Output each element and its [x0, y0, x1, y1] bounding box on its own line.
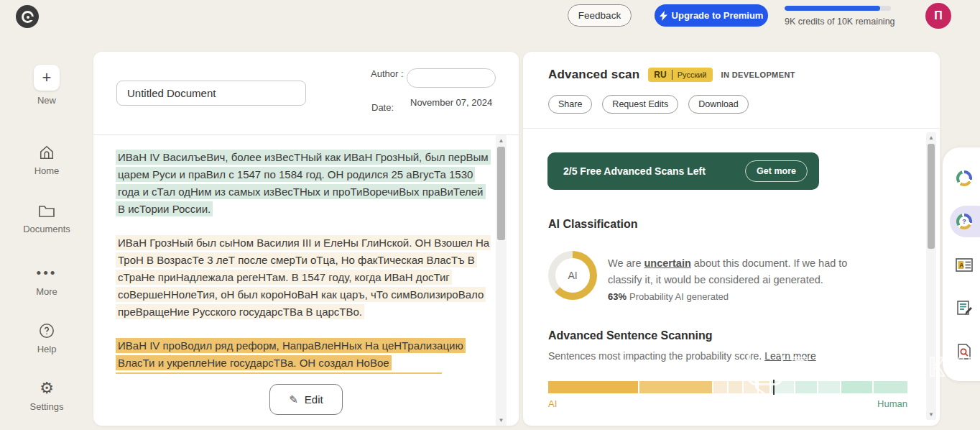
paragraph: ИВаН IV проВодил ряд реформ, НапраВлеННы…: [116, 337, 491, 374]
get-more-button[interactable]: Get more: [745, 160, 808, 182]
date-label: Date:: [371, 102, 394, 113]
help-icon: [0, 322, 93, 339]
score-segment: [841, 381, 872, 393]
author-input[interactable]: [407, 68, 496, 88]
learn-more-link[interactable]: Learn more: [764, 350, 816, 362]
score-segment: [713, 381, 727, 393]
user-avatar[interactable]: П: [925, 3, 951, 29]
probability-label: Probability AI generated: [629, 291, 729, 302]
sidebar-item-settings[interactable]: ⚙ Settings: [0, 380, 93, 412]
svg-text:A: A: [959, 262, 964, 269]
credits-progress-fill: [785, 6, 880, 11]
document-text-area[interactable]: ИВаН IV ВасилъеВич, более изВесТНый как …: [116, 139, 491, 374]
advanced-scan-panel: Advanced scan RU Русский IN DEVELOPMENT …: [523, 52, 940, 426]
home-icon: [0, 144, 93, 161]
logo-glyph: [22, 11, 34, 23]
paragraph: ИВаН ГрозНый был сыНом Василия III и Еле…: [116, 234, 491, 321]
score-segment: [744, 381, 757, 393]
header-divider: [93, 134, 519, 135]
app-root: Feedback Upgrade to Premium 9K credits o…: [0, 0, 980, 430]
share-button[interactable]: Share: [548, 95, 592, 114]
scroll-down-icon[interactable]: ▼: [926, 411, 936, 418]
in-development-label: IN DEVELOPMENT: [721, 70, 795, 79]
score-segment: [818, 381, 840, 393]
scroll-down-icon[interactable]: ▼: [496, 417, 507, 424]
edit-button[interactable]: ✎ Edit: [269, 384, 343, 415]
upgrade-label: Upgrade to Premium: [672, 10, 764, 21]
language-badge[interactable]: RU Русский: [648, 68, 712, 82]
scroll-up-icon[interactable]: ▲: [926, 134, 936, 141]
uncertain-emphasis: uncertain: [644, 257, 691, 269]
more-dots-icon: •••: [0, 265, 93, 282]
credits-progress-track: [785, 6, 891, 11]
ai-donut-ring: AI: [548, 251, 597, 300]
search-document-icon[interactable]: [956, 343, 973, 360]
ai-classification-heading: AI Classification: [548, 218, 637, 231]
header-divider: [523, 128, 940, 129]
score-marker: [773, 380, 775, 395]
sidebar-item-new[interactable]: + New: [0, 65, 93, 106]
score-segment: [639, 381, 712, 393]
pencil-icon: ✎: [289, 393, 298, 406]
top-bar: Feedback Upgrade to Premium 9K credits o…: [0, 0, 980, 33]
scrollbar-thumb[interactable]: [928, 144, 935, 249]
score-segment: [548, 381, 638, 393]
sidebar-item-help[interactable]: Help: [0, 322, 93, 354]
highlighted-sentence: ИВаН IV проВодил ряд реформ, НапраВлеННы…: [116, 338, 466, 374]
gear-icon: ⚙: [0, 380, 93, 397]
download-button[interactable]: Download: [688, 95, 749, 114]
scan-panel-title: Advanced scan: [548, 68, 639, 82]
credits-widget: 9K credits of 10K remaining: [785, 6, 894, 27]
reader-view-icon[interactable]: A: [956, 256, 973, 273]
advanced-scan-icon[interactable]: ?: [956, 213, 973, 230]
author-label: Author :: [371, 68, 404, 79]
score-bar-labels: AI Human: [548, 398, 907, 409]
scan-panel-scrollbar[interactable]: ▲ ▼: [926, 132, 936, 420]
score-segment: [795, 381, 817, 393]
feedback-button[interactable]: Feedback: [568, 4, 632, 27]
upgrade-premium-button[interactable]: Upgrade to Premium: [655, 4, 768, 27]
human-end-label: Human: [877, 398, 907, 409]
sentence-scanning-heading: Advanced Sentence Scanning: [548, 329, 713, 342]
language-name: Русский: [678, 70, 707, 79]
request-edits-button[interactable]: Request Edits: [602, 95, 678, 114]
sidebar-item-more[interactable]: ••• More: [0, 265, 93, 297]
highlighted-sentence: ИВаН IV ВасилъеВич, более изВесТНый как …: [116, 150, 491, 216]
credits-text: 9K credits of 10K remaining: [785, 17, 894, 27]
edit-label: Edit: [305, 393, 323, 406]
document-scrollbar[interactable]: ▲ ▼: [496, 135, 507, 426]
sidebar-item-documents[interactable]: Documents: [0, 202, 93, 234]
ai-donut-label: AI: [555, 258, 590, 293]
app-logo[interactable]: [16, 5, 39, 28]
paragraph: ИВаН IV ВасилъеВич, более изВесТНый как …: [116, 149, 491, 218]
scan-mode-rail: ? A: [943, 147, 980, 381]
sidebar-item-label: Help: [0, 344, 93, 354]
classification-text: We are uncertain about this document. If…: [608, 255, 874, 288]
free-scans-text: 2/5 Free Advanced Scans Left: [563, 165, 706, 177]
basic-scan-icon[interactable]: [956, 170, 973, 187]
score-segment: [759, 381, 769, 393]
probability-line: 63%Probability AI generated: [608, 291, 729, 302]
score-segment: [874, 381, 907, 393]
probability-value: 63%: [608, 291, 627, 302]
sentence-scanning-subtext: Sentences most impacting the probability…: [548, 350, 816, 362]
document-title-input[interactable]: [116, 81, 306, 106]
left-sidebar: + New Home Documents ••• More: [0, 0, 93, 430]
scroll-up-icon[interactable]: ▲: [496, 137, 507, 144]
sidebar-item-home[interactable]: Home: [0, 144, 93, 176]
sentence-score-bar: [548, 381, 907, 393]
badge-divider: [672, 70, 672, 80]
date-value: November 07, 2024: [410, 96, 507, 109]
sidebar-item-label: More: [0, 286, 93, 297]
document-panel: Author : Date: November 07, 2024 ИВаН IV…: [93, 52, 519, 426]
sidebar-item-label: Documents: [0, 224, 93, 234]
sidebar-item-label: Home: [0, 165, 93, 176]
highlighted-sentence: ИВаН ГрозНый был сыНом Василия III и Еле…: [116, 235, 491, 319]
scrollbar-thumb[interactable]: [497, 147, 505, 240]
scan-actions: Share Request Edits Download: [548, 95, 749, 114]
lightning-icon: [660, 11, 667, 21]
edit-document-icon[interactable]: [956, 300, 973, 317]
free-scans-banner: 2/5 Free Advanced Scans Left Get more: [547, 152, 819, 190]
plus-icon: +: [34, 65, 60, 91]
sidebar-item-label: New: [0, 95, 93, 106]
